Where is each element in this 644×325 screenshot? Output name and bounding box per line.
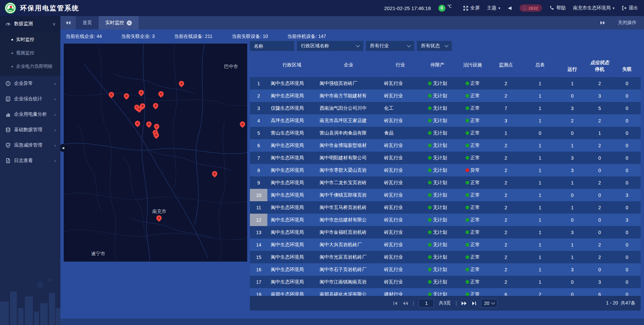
first-page-button[interactable] [393,301,398,306]
table-row[interactable]: 16阆中生态环境局阆中市石子页岩机砖厂砖瓦行业无计划正常21300 [250,263,641,276]
cell-industry: 砖瓦行业 [381,90,420,102]
fullscreen-button[interactable]: 全屏 [463,5,480,11]
table-row[interactable]: 17阆中生态环境局阆中市江南镇阆南页岩砖瓦行业无计划正常21030 [250,276,641,288]
tab-scroll-right-button[interactable] [595,16,610,30]
cell-offline-count: 0 [613,276,641,288]
table-row[interactable]: 6阆中生态环境局阆中市金博瑞新型墙材砖瓦行业无计划正常21120 [250,139,641,152]
table-row[interactable]: 15阆中生态环境局阆中市光富页岩机砖厂砖瓦行业无计划正常21120 [250,251,641,263]
first-page-icon [393,301,398,306]
next-page-button[interactable] [462,301,467,306]
table-row[interactable]: 4高坪生态环境局南充市高坪区王家店建砖瓦行业无计划正常31220 [250,114,641,127]
close-icon[interactable]: ✕ [127,20,132,25]
page-number-input[interactable] [419,299,434,308]
status-dot-icon [428,181,432,184]
last-page-icon [472,301,476,306]
theme-label: 主题 [487,5,496,11]
sidebar-item-enterprise-statistics[interactable]: 企业综合统计 ‹ [0,91,60,107]
tab-realtime-monitoring[interactable]: 实时监控 ✕ [99,16,139,30]
sidebar-item-video-monitoring[interactable]: 视频监控 [0,46,60,60]
status-dot-icon [428,292,432,296]
status-dot-icon [466,280,469,284]
status-dot-icon [466,144,469,147]
table-row[interactable]: 7阆中生态环境局阆中明阳建材有限公司砖瓦行业无计划正常21300 [250,152,641,164]
cell-region: 阆中生态环境局 [267,263,316,276]
bottom-strip [60,319,644,325]
page-size-select[interactable]: 20 [481,299,497,308]
sidebar-item-power-load-detail[interactable]: 企业电力负荷明细 [0,60,60,73]
table-row[interactable]: 14阆中生态环境局阆中大兴页岩机砖厂砖瓦行业无计划正常21120 [250,238,641,251]
sidebar-item-label: 基础数据管理 [14,127,51,133]
table-row[interactable]: 5营山生态环境局营山县润丰肉食品有限食品无计划正常10010 [250,127,641,139]
sidebar-item-basic-data-management[interactable]: 基础数据管理 ‹ [0,122,60,138]
name-filter-input[interactable] [250,41,294,51]
fullscreen-label: 全屏 [470,5,480,11]
cell-industry: 砖瓦行业 [381,251,420,263]
stat-value: 3 [152,34,155,39]
table-row[interactable]: 1阆中生态环境局阆中强锐页岩砖厂砖瓦行业无计划正常21120 [250,77,641,90]
status-filter-select[interactable]: 所有状态 [417,41,452,51]
help-button[interactable]: 帮助 [549,5,566,11]
sidebar-item-emergency-reduction[interactable]: 应急减排管理 ‹ [0,138,60,153]
table-row[interactable]: 2阆中生态环境局阆中市南方节能建材有砖瓦行业无计划正常21030 [250,90,641,102]
city-label: 巴中市 [224,64,238,70]
status-dot-icon [428,106,432,110]
logout-button[interactable]: 退出 [622,5,638,11]
name-input[interactable] [254,43,290,49]
notification-badge[interactable]: 2632 [520,4,542,12]
sidebar-item-enterprise-anomaly[interactable]: 企业异常 ‹ [0,76,60,91]
cell-stop-count: 0 [586,263,613,276]
theme-dropdown[interactable]: 主题 ▾ [487,5,500,11]
cell-offline-count: 0 [613,288,641,296]
table-row[interactable]: 12阆中生态环境局阆中市忠信建材有限公砖瓦行业无计划正常21003 [250,214,641,226]
sidebar-item-data-monitoring[interactable]: 数据监测 ∨ [0,16,60,32]
cell-run-count: 1 [558,251,586,263]
sidebar-item-power-usage-analysis[interactable]: 企业用电量分析 ‹ [0,107,60,122]
row-index: 2 [250,90,267,102]
database-icon [5,127,11,132]
cell-monitor-count: 2 [490,176,521,189]
table-row[interactable]: 10阆中生态环境局阆中千佛镇五郎垭页岩砖瓦行业无计划正常21003 [250,189,641,201]
region-filter-select[interactable]: 行政区域名称 [297,41,363,51]
tab-home[interactable]: 首页 [76,16,99,30]
table-header: 行政区域 企业 行业 停限产 治污设施 监测点 总表 点位状态 运行 停机 失联 [250,54,641,77]
cell-stop-count: 6 [586,288,613,296]
status-dot-icon [428,280,432,284]
table-row[interactable]: 9阆中生态环境局阆中市二龙长宝页岩砖砖瓦行业无计划正常21120 [250,176,641,189]
cell-company: 南部县砚化水泥有限公 [316,288,381,296]
stat-label: 当前在线设备: [174,34,204,39]
cell-company: 西南油气田分公司川中 [316,102,381,114]
table-row[interactable]: 11阆中生态环境局阆中市五马桥页岩机砖砖瓦行业无计划正常21120 [250,201,641,214]
cell-facility-status: 正常 [455,77,490,90]
chevron-down-icon: ∨ [52,21,56,26]
stat-item: 当前在线设备:211 [174,34,212,40]
table-row[interactable]: 18南部生态环境局南部县砚化水泥有限公建材行业无计划正常62060 [250,288,641,296]
map-collapse-button[interactable]: ◀ [60,144,66,152]
cell-run-count: 0 [558,288,586,296]
cell-meter-count: 1 [522,77,559,90]
cell-stop-count: 5 [586,102,613,114]
sidebar-item-log-view[interactable]: 日志查看 ‹ [0,153,60,168]
table-row[interactable]: 13阆中生态环境局阆中市金福旺页岩机砖砖瓦行业无计划正常21300 [250,226,641,238]
cell-region: 阆中生态环境局 [267,77,316,90]
cell-industry: 砖瓦行业 [381,152,420,164]
cell-industry: 化工 [381,102,420,114]
industry-filter-select[interactable]: 所有行业 [366,41,414,51]
org-dropdown[interactable]: 南充市生态环境局 ▾ [573,5,614,11]
table-row[interactable]: 3仪陇生态环境局西南油气田分公司川中化工无计划正常71350 [250,102,641,114]
cell-offline-count: 0 [613,263,641,276]
close-operations-button[interactable]: 关闭操作 [610,16,644,30]
table-row[interactable]: 8阆中生态环境局阆中市枣碧大梁山页岩砖瓦行业无计划异常21300 [250,164,641,176]
cell-production-status: 无计划 [420,238,455,251]
mute-button[interactable] [508,6,512,10]
last-page-button[interactable] [472,301,476,306]
status-dot-icon [428,206,432,209]
cell-offline-count: 0 [613,251,641,263]
status-dot-icon [466,106,469,110]
map-panel[interactable]: 巴中市南充市遂宁市 [64,44,247,262]
tab-scroll-left-button[interactable] [60,16,76,30]
cell-stop-count: 2 [586,238,613,251]
status-dot-icon [466,243,469,247]
row-index: 16 [250,263,267,276]
prev-page-button[interactable] [402,301,408,306]
sidebar-item-realtime-monitoring[interactable]: 实时监控 [0,33,60,46]
